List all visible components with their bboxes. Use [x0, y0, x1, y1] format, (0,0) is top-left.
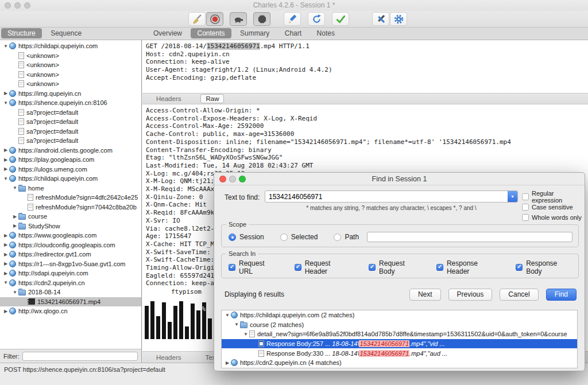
tree-row[interactable]: ▶ https://play.googleapis.com: [0, 155, 141, 165]
disclosure-triangle[interactable]: ▼: [233, 322, 240, 327]
disclosure-triangle[interactable]: ▶: [2, 252, 9, 257]
tree-row[interactable]: ▼ https://childapi.qupeiyin.com: [0, 174, 141, 184]
request-header-checkbox[interactable]: [295, 264, 301, 271]
tree-row[interactable]: sa?project=default: [0, 127, 141, 137]
previous-button[interactable]: Previous: [448, 289, 493, 301]
disclosure-triangle[interactable]: ▼: [2, 44, 9, 49]
disclosure-triangle[interactable]: ▼: [2, 176, 9, 181]
compose-button[interactable]: [284, 12, 301, 26]
filter-input[interactable]: [22, 352, 138, 361]
tab-sequence[interactable]: Sequence: [44, 28, 88, 38]
zoom-window-button[interactable]: [24, 2, 30, 9]
tree-row[interactable]: <unknown>: [0, 79, 141, 89]
tree-row[interactable]: sa?project=default: [0, 136, 141, 146]
minimize-dialog-button[interactable]: [229, 176, 236, 182]
tree-row[interactable]: ▶ https://r1---sn-8xgp1vo-5uae.gvt1.com: [0, 259, 141, 269]
disclosure-triangle[interactable]: ▼: [11, 290, 18, 295]
request-body-checkbox[interactable]: [369, 264, 376, 271]
result-row[interactable]: ▶ https://cdn2.qupeiyin.cn (4 matches): [222, 358, 577, 368]
settings-button[interactable]: [390, 12, 407, 26]
tree-row[interactable]: ▶ http://sdapi.qupeiyin.com: [0, 269, 141, 278]
response-header-checkbox[interactable]: [436, 264, 443, 271]
tree-row[interactable]: refreshModule?sign=70442c8ba20b: [0, 203, 141, 212]
scope-session-radio[interactable]: [229, 234, 236, 241]
tab-contents[interactable]: Contents: [191, 28, 231, 38]
zoom-dialog-button[interactable]: [239, 176, 246, 182]
disclosure-triangle[interactable]: ▶: [2, 309, 9, 314]
result-row[interactable]: ▼ course (2 matches): [222, 320, 577, 330]
disclosure-triangle[interactable]: ▶: [2, 233, 9, 238]
checkbox-icon[interactable]: [522, 214, 529, 221]
tab-overview[interactable]: Overview: [147, 28, 188, 38]
validate-button[interactable]: [332, 12, 349, 26]
disclosure-triangle[interactable]: ▼: [11, 185, 18, 190]
find-input[interactable]: [265, 193, 508, 201]
tab-chart[interactable]: Chart: [278, 28, 308, 38]
tree-row[interactable]: ▶ https://cloudconfig.googleapis.com: [0, 240, 141, 250]
result-row[interactable]: ▼ detail_new?sign=6f6e9a89a52f0bdf814a0d…: [222, 329, 577, 339]
breakpoints-button[interactable]: [253, 12, 270, 26]
disclosure-triangle[interactable]: ▶: [2, 157, 9, 162]
throttle-button[interactable]: [230, 12, 247, 26]
tree-row[interactable]: ▼ https://shence.qupeiyin.cn:8106: [0, 98, 141, 108]
disclosure-triangle[interactable]: ▶: [11, 223, 18, 228]
result-row[interactable]: Response Body:257 ... 18-08-14\153421460…: [222, 339, 577, 349]
scope-selected-radio[interactable]: [280, 234, 288, 241]
disclosure-triangle[interactable]: ▼: [2, 100, 9, 106]
tree-row[interactable]: ▼ 2018-08-14: [0, 287, 141, 297]
tree-row[interactable]: 15342146056971.mp4: [0, 297, 141, 307]
disclosure-triangle[interactable]: ▶: [11, 214, 18, 219]
disclosure-triangle[interactable]: ▼: [2, 280, 9, 285]
tree-row[interactable]: ▶ https://ulogs.umeng.com: [0, 165, 141, 174]
request-url-checkbox[interactable]: [229, 264, 235, 271]
tree-row[interactable]: <unknown>: [0, 70, 141, 80]
disclosure-triangle[interactable]: ▶: [2, 166, 9, 172]
checkbox-icon[interactable]: [522, 204, 529, 211]
tree-row[interactable]: ▶ StudyShow: [0, 221, 141, 231]
disclosure-triangle[interactable]: ▶: [2, 271, 9, 276]
tree-row[interactable]: sa?project=default: [0, 117, 141, 127]
tree-row[interactable]: ▶ http://wx.qlogo.cn: [0, 306, 141, 316]
disclosure-triangle[interactable]: ▼: [242, 332, 249, 337]
close-window-button[interactable]: [5, 2, 11, 9]
find-history-dropdown[interactable]: ▼: [508, 191, 517, 202]
tree-row[interactable]: ▶ course: [0, 212, 141, 221]
tree-row[interactable]: sa?project=default: [0, 108, 141, 118]
checkbox-icon[interactable]: [522, 193, 529, 200]
cancel-button[interactable]: Cancel: [500, 289, 538, 301]
scope-path-input[interactable]: [367, 232, 572, 242]
tree-row[interactable]: <unknown>: [0, 60, 141, 70]
result-row[interactable]: Response Body:330 ... 18-08-14\153421460…: [222, 348, 577, 358]
disclosure-triangle[interactable]: ▶: [2, 147, 9, 153]
tree-row[interactable]: refreshModule?sign=4dfc2642c4e25: [0, 193, 141, 203]
tree-row[interactable]: ▼ https://cdn2.qupeiyin.cn: [0, 278, 141, 288]
disclosure-triangle[interactable]: ▶: [2, 242, 9, 247]
response-body-checkbox[interactable]: [516, 264, 523, 271]
minimize-window-button[interactable]: [14, 2, 21, 9]
tree-row[interactable]: ▶ https://img.qupeiyin.cn: [0, 89, 141, 99]
tab-bottom-headers[interactable]: Headers: [152, 353, 185, 361]
disclosure-triangle[interactable]: ▶: [2, 91, 9, 96]
tab-structure[interactable]: Structure: [1, 28, 42, 38]
record-button[interactable]: [206, 12, 223, 26]
find-button[interactable]: Find: [546, 289, 577, 301]
whole-words-option[interactable]: Whole words only: [522, 212, 585, 223]
tree-row[interactable]: ▶ https://www.googleapis.com: [0, 231, 141, 240]
scope-path-radio[interactable]: [334, 234, 341, 241]
tab-summary[interactable]: Summary: [234, 28, 276, 38]
tools-button[interactable]: [372, 12, 389, 26]
close-dialog-button[interactable]: [219, 176, 226, 182]
disclosure-triangle[interactable]: ▶: [2, 261, 9, 266]
clear-session-button[interactable]: [188, 12, 206, 26]
tree-row[interactable]: ▶ https://redirector.gvt1.com: [0, 250, 141, 259]
regex-option[interactable]: Regular expression: [522, 192, 585, 202]
disclosure-triangle[interactable]: ▼: [224, 313, 231, 318]
tab-response-headers[interactable]: Headers: [152, 95, 185, 103]
tree-row[interactable]: <unknown>: [0, 51, 141, 61]
result-row[interactable]: ▼ https://childapi.qupeiyin.com (2 match…: [222, 310, 577, 320]
tree-row[interactable]: ▶ https://android.clients.google.com: [0, 146, 141, 155]
next-button[interactable]: Next: [409, 289, 441, 301]
tree-row[interactable]: ▼ https://childapi.qupeiyin.com: [0, 41, 141, 51]
tree-row[interactable]: ▼ home: [0, 184, 141, 193]
repeat-button[interactable]: [308, 12, 325, 26]
